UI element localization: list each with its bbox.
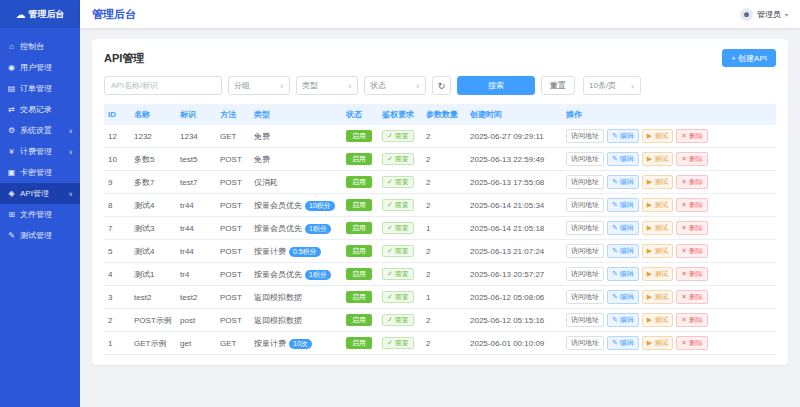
delete-button[interactable]: ✕ 删除 [676,175,708,189]
visit-button[interactable]: 访问地址 [566,290,604,304]
sidebar-item-tests[interactable]: ✎测试管理 [0,225,80,246]
delete-button[interactable]: ✕ 删除 [676,244,708,258]
test-button[interactable]: ▶ 测试 [642,152,673,166]
cell-params: 2 [422,309,466,332]
column-header: 状态 [342,104,378,125]
status-badge: 启用 [346,314,372,326]
sidebar-item-users[interactable]: ◉用户管理 [0,57,80,78]
auth-badge: ✓ 需要 [382,153,414,165]
status-select-value: 状态 [370,80,386,91]
test-button[interactable]: ▶ 测试 [642,267,673,281]
edit-button[interactable]: ✎ 编辑 [607,129,639,143]
visit-button[interactable]: 访问地址 [566,336,604,350]
edit-button[interactable]: ✎ 编辑 [607,290,639,304]
delete-button[interactable]: ✕ 删除 [676,198,708,212]
sidebar-item-console[interactable]: ⌂控制台 [0,36,80,57]
visit-button[interactable]: 访问地址 [566,129,604,143]
type-select[interactable]: 类型 ∨ [296,76,358,95]
logo[interactable]: ☁ 管理后台 [0,0,80,28]
table-body: 1212321234GET免费启用✓ 需要22025-06-27 09:29:1… [104,125,776,355]
edit-button[interactable]: ✎ 编辑 [607,198,639,212]
cell-id: 3 [104,286,130,309]
type-select-value: 类型 [302,80,318,91]
visit-button[interactable]: 访问地址 [566,244,604,258]
delete-button[interactable]: ✕ 删除 [676,336,708,350]
visit-button[interactable]: 访问地址 [566,175,604,189]
user-menu[interactable]: ☻ 管理员 ▾ [740,8,788,21]
visit-button[interactable]: 访问地址 [566,221,604,235]
visit-button[interactable]: 访问地址 [566,152,604,166]
cell-method: GET [216,125,250,148]
edit-button[interactable]: ✎ 编辑 [607,313,639,327]
visit-button[interactable]: 访问地址 [566,267,604,281]
cell-code: test7 [176,171,216,194]
edit-button[interactable]: ✎ 编辑 [607,152,639,166]
app-root: ☁ 管理后台 ⌂控制台◉用户管理▤订单管理⇄交易记录⚙系统设置∨¥计费管理∨▣卡… [0,0,800,407]
table-row: 4测试1tr4POST按量会员优先1积分启用✓ 需要22025-06-13 20… [104,263,776,286]
sidebar-item-orders[interactable]: ▤订单管理 [0,78,80,99]
sidebar-item-label: 交易记录 [20,104,52,115]
cell-auth: ✓ 需要 [378,240,422,263]
page-size-select[interactable]: 10条/页 ∨ [583,76,641,95]
edit-button[interactable]: ✎ 编辑 [607,175,639,189]
cell-params: 2 [422,171,466,194]
test-button[interactable]: ▶ 测试 [642,221,673,235]
cell-created: 2025-06-27 09:29:11 [466,125,562,148]
chevron-down-icon: ∨ [69,190,73,197]
sidebar-item-api[interactable]: ◈API管理∨ [0,183,80,204]
visit-button[interactable]: 访问地址 [566,313,604,327]
search-input[interactable] [104,76,222,95]
cell-status: 启用 [342,240,378,263]
test-button[interactable]: ▶ 测试 [642,290,673,304]
group-select[interactable]: 分组 ∨ [228,76,290,95]
cell-params: 2 [422,148,466,171]
status-badge: 启用 [346,245,372,257]
test-button[interactable]: ▶ 测试 [642,336,673,350]
sidebar-item-files[interactable]: ⊞文件管理 [0,204,80,225]
group-select-value: 分组 [234,80,250,91]
cell-params: 2 [422,332,466,355]
chevron-down-icon: ∨ [280,82,284,89]
sidebar-item-settings[interactable]: ⚙系统设置∨ [0,120,80,141]
cell-auth: ✓ 需要 [378,171,422,194]
cell-status: 启用 [342,125,378,148]
status-select[interactable]: 状态 ∨ [364,76,426,95]
search-button[interactable]: 搜索 [457,76,535,95]
sidebar-item-transactions[interactable]: ⇄交易记录 [0,99,80,120]
delete-button[interactable]: ✕ 删除 [676,290,708,304]
visit-button[interactable]: 访问地址 [566,198,604,212]
column-header: 参数数量 [422,104,466,125]
test-button[interactable]: ▶ 测试 [642,129,673,143]
sidebar-item-billing[interactable]: ¥计费管理∨ [0,141,80,162]
edit-button[interactable]: ✎ 编辑 [607,267,639,281]
column-header: 操作 [562,104,776,125]
cell-code: tr44 [176,194,216,217]
status-badge: 启用 [346,337,372,349]
cell-auth: ✓ 需要 [378,263,422,286]
cell-status: 启用 [342,309,378,332]
cell-method: GET [216,332,250,355]
cell-name: 测试4 [130,240,176,263]
reset-button[interactable]: 重置 [541,76,575,95]
cell-method: POST [216,217,250,240]
cell-status: 启用 [342,194,378,217]
delete-button[interactable]: ✕ 删除 [676,221,708,235]
delete-button[interactable]: ✕ 删除 [676,152,708,166]
cell-created: 2025-06-13 22:59:49 [466,148,562,171]
test-button[interactable]: ▶ 测试 [642,175,673,189]
test-button[interactable]: ▶ 测试 [642,313,673,327]
edit-button[interactable]: ✎ 编辑 [607,221,639,235]
test-button[interactable]: ▶ 测试 [642,244,673,258]
create-api-button[interactable]: + 创建API [722,49,776,67]
cell-method: POST [216,194,250,217]
cell-name: 测试3 [130,217,176,240]
delete-button[interactable]: ✕ 删除 [676,129,708,143]
edit-button[interactable]: ✎ 编辑 [607,244,639,258]
delete-button[interactable]: ✕ 删除 [676,313,708,327]
refresh-button[interactable]: ↻ [432,76,451,95]
test-button[interactable]: ▶ 测试 [642,198,673,212]
sidebar-item-cards[interactable]: ▣卡密管理 [0,162,80,183]
edit-button[interactable]: ✎ 编辑 [607,336,639,350]
delete-button[interactable]: ✕ 删除 [676,267,708,281]
cell-status: 启用 [342,332,378,355]
